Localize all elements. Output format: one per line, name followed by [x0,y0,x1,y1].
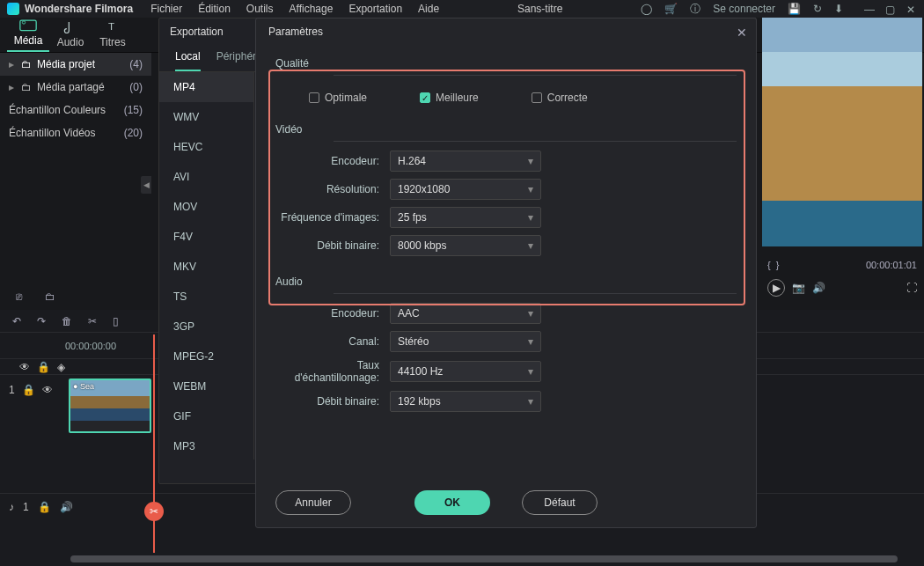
add-folder-icon[interactable]: 🗀 [45,290,55,303]
format-item-avi[interactable]: AVI [159,162,253,192]
format-item-mp4[interactable]: MP4 [159,72,253,102]
preview-infobar: { } 00:00:01:01 [762,255,922,275]
export-tab-local[interactable]: Local [175,50,201,71]
fps-select[interactable]: 25 fps▾ [390,207,541,228]
audio-encoder-select[interactable]: AAC▾ [390,303,541,324]
copy-icon[interactable]: ▯ [113,315,119,327]
mark-in-icon[interactable]: { [767,260,771,270]
track-lock-icon[interactable]: 🔒 [38,501,51,513]
download-icon[interactable]: ⬇ [834,3,843,15]
music-note-icon: ♪ [9,501,14,513]
notify-icon[interactable]: ◯ [641,3,652,15]
format-item-ts[interactable]: TS [159,282,253,312]
refresh-icon[interactable]: ↻ [813,3,822,15]
resolution-select[interactable]: 1920x1080▾ [390,179,541,200]
left-item-media-shared[interactable]: ▸ 🗀 Média partagé (0) [0,76,151,99]
format-item-f4v[interactable]: F4V [159,222,253,252]
parameters-dialog-close-icon[interactable]: ✕ [737,26,747,40]
playhead-cut-button[interactable]: ✂ [144,502,164,521]
menu-fichier[interactable]: Fichier [150,3,182,15]
quality-correcte-checkbox[interactable]: Correcte [532,92,588,104]
format-item-gif[interactable]: GIF [159,401,253,431]
format-item-mp3[interactable]: MP3 [159,431,253,459]
track-mute-icon[interactable]: 🔊 [60,501,73,513]
select-value: H.264 [398,155,426,167]
format-item-3gp[interactable]: 3GP [159,312,253,342]
section-quality-title: Qualité [256,45,756,73]
chevron-right-icon: ▸ [9,81,18,93]
encoder-select[interactable]: H.264▾ [390,151,541,172]
menu-edition[interactable]: Édition [198,3,231,15]
menu-affichage[interactable]: Affichage [290,3,334,15]
audio-bitrate-select[interactable]: 192 kbps▾ [390,391,541,412]
panel-collapse-handle[interactable]: ◀ [141,176,151,194]
track-visible-icon[interactable]: 👁 [42,384,53,396]
redo-icon[interactable]: ↷ [37,315,46,327]
left-item-sample-videos[interactable]: Échantillon Vidéos (20) [0,121,151,144]
left-item-media-project[interactable]: ▸ 🗀 Média projet (4) [0,53,151,76]
format-item-mpeg2[interactable]: MPEG-2 [159,342,253,371]
timeline-clip[interactable]: ● Sea [69,379,151,433]
left-item-sample-colors[interactable]: Échantillon Couleurs (15) [0,99,151,121]
cart-icon[interactable]: 🛒 [664,3,678,15]
format-item-mov[interactable]: MOV [159,192,253,222]
volume-icon[interactable]: 🔊 [812,282,825,294]
select-value: 8000 kbps [398,239,446,252]
tab-audio[interactable]: Audio [49,19,92,52]
select-value: AAC [398,307,420,320]
track-number: 1 [9,384,15,396]
ok-button[interactable]: OK [414,490,490,515]
default-button[interactable]: Défaut [522,490,598,515]
marker-icon[interactable]: ◈ [57,361,65,373]
quality-meilleure-checkbox[interactable]: Meilleure [420,92,479,104]
folder-icon: 🗀 [21,58,32,70]
format-item-hevc[interactable]: HEVC [159,132,253,162]
window-minimize-icon[interactable]: — [864,4,875,14]
timeline-playhead[interactable]: ✂ [153,334,155,553]
chevron-down-icon: ▾ [528,395,533,408]
channel-select[interactable]: Stéréo▾ [390,331,541,352]
format-item-mkv[interactable]: MKV [159,252,253,282]
window-maximize-icon[interactable]: ▢ [885,4,896,14]
format-item-webm[interactable]: WEBM [159,371,253,401]
lock-icon[interactable]: 🔒 [37,361,50,373]
cut-icon[interactable]: ✂ [88,315,97,327]
menu-outils[interactable]: Outils [246,3,274,15]
menu-exportation[interactable]: Exportation [348,3,402,15]
track-lock-icon[interactable]: 🔒 [22,384,35,396]
timeline-scrollbar[interactable] [70,555,898,562]
save-icon[interactable]: 💾 [788,3,801,15]
folder-icon: 🗀 [21,81,32,93]
parameters-dialog: Paramètres ✕ Qualité Optimale Meilleure … [255,18,757,528]
format-item-wmv[interactable]: WMV [159,102,253,132]
ruler-tc-0: 00:00:00:00 [65,341,116,351]
chevron-down-icon: ▾ [528,211,533,224]
select-value: Stéréo [398,335,429,348]
fullscreen-icon[interactable]: ⛶ [906,282,917,294]
quality-optimale-checkbox[interactable]: Optimale [309,92,367,104]
tab-titres[interactable]: T Titres [92,19,134,52]
chevron-down-icon: ▾ [528,335,533,348]
bitrate-select[interactable]: 8000 kbps▾ [390,235,541,256]
undo-icon[interactable]: ↶ [12,315,21,327]
eye-icon[interactable]: 👁 [19,361,30,373]
screen-record-icon[interactable]: ⎚ [16,290,22,303]
play-button[interactable]: ▶ [767,279,785,297]
svg-text:T: T [108,20,114,32]
tab-media[interactable]: Média [7,18,49,52]
svg-point-1 [22,21,25,24]
mark-out-icon[interactable]: } [776,260,780,270]
resolution-label: Résolution: [275,183,390,195]
menu-bar: Fichier Édition Outils Affichage Exporta… [150,3,439,15]
document-title: Sans-titre [439,3,641,15]
preview-video[interactable] [762,18,922,246]
audio-bitrate-label: Débit binaire: [275,395,390,408]
window-close-icon[interactable]: ✕ [906,4,917,14]
sign-in-link[interactable]: Se connecter [713,3,775,15]
delete-icon[interactable]: 🗑 [62,315,72,327]
samplerate-select[interactable]: 44100 Hz▾ [390,361,541,382]
info-icon[interactable]: ⓘ [690,2,700,17]
section-video-title: Vidéo [256,111,756,139]
snapshot-icon[interactable]: 📷 [792,282,805,294]
menu-aide[interactable]: Aide [418,3,439,15]
